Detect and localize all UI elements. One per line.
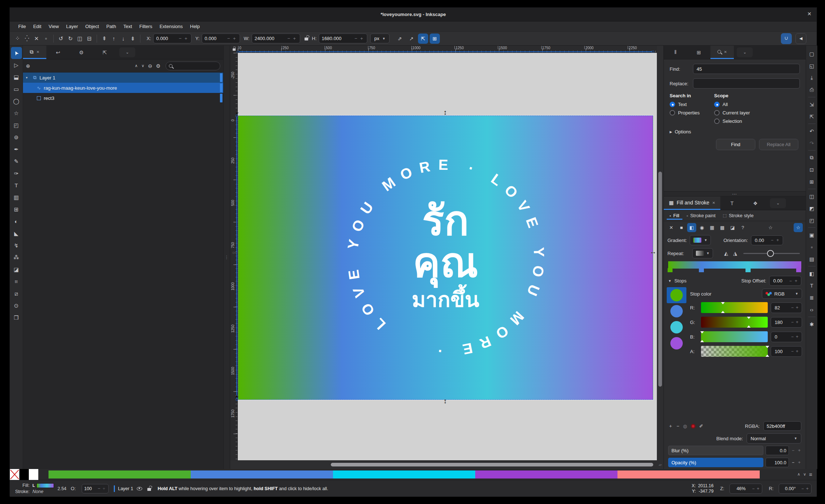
close-tab-icon[interactable]: ✕ xyxy=(712,201,715,205)
radio-all[interactable]: All xyxy=(714,102,750,107)
horizontal-ruler[interactable]: 0250500750100012501500175020002250 xyxy=(238,46,657,53)
tab-stroke-style[interactable]: ⬚Stroke style xyxy=(720,211,756,220)
text-tool[interactable]: T xyxy=(11,179,22,191)
tab-fill[interactable]: ▪Fill xyxy=(667,211,682,220)
slider-knob[interactable] xyxy=(767,250,774,257)
save-icon[interactable]: ⤓ xyxy=(807,72,817,84)
current-layer-name[interactable]: Layer 1 xyxy=(118,486,133,491)
raise-layer-button[interactable]: ∧ xyxy=(135,63,138,68)
measure-tool[interactable]: ⧄ xyxy=(11,288,22,300)
blur-slider[interactable]: Blur (%) xyxy=(668,446,763,455)
dock-options-chevron[interactable]: ⌄ xyxy=(770,198,786,208)
snapbar-collapse-button[interactable]: ◀ xyxy=(795,33,806,44)
channel-value-g[interactable]: 180−+ xyxy=(771,317,802,328)
menu-filters[interactable]: Filters xyxy=(136,23,155,30)
layer-row[interactable]: ▾⧉Layer 1 xyxy=(23,73,223,83)
menu-extensions[interactable]: Extensions xyxy=(156,23,186,30)
ellipse-tool[interactable]: ◯ xyxy=(11,95,22,107)
dropper-tool[interactable]: ◐ xyxy=(11,215,22,227)
mesh-tool[interactable]: ⊞ xyxy=(11,203,22,215)
spray-tool[interactable]: ⁂ xyxy=(11,251,22,263)
tab-swatches[interactable]: ⊞ xyxy=(687,46,710,59)
scale-stroke-toggle[interactable]: ⇗ xyxy=(395,34,405,44)
dock-options-chevron[interactable]: ⌄ xyxy=(119,47,135,57)
scale-pattern-toggle[interactable]: ⊞ xyxy=(430,34,440,44)
paint-radial-gradient[interactable]: ◉ xyxy=(697,223,706,232)
tab-find-replace[interactable]: ✕ xyxy=(710,46,734,59)
menu-edit[interactable]: Edit xyxy=(30,23,44,30)
palette-scroll-up-button[interactable]: ∧ xyxy=(797,472,800,477)
select-all-layers-icon[interactable]: ⁛ xyxy=(22,34,32,43)
stroke-value[interactable]: None xyxy=(32,489,54,494)
pen-tool[interactable]: ✒ xyxy=(11,143,22,155)
lower-icon[interactable]: ↓ xyxy=(119,34,128,43)
menu-path[interactable]: Path xyxy=(103,23,119,30)
selected-gradient-rect[interactable]: LOVE YOU MORE · LOVE YOU MORE · รัก คุณ … xyxy=(238,116,653,400)
stop-item-2[interactable] xyxy=(667,319,686,335)
stop-offset-spinbox[interactable]: 0.00−+ xyxy=(769,276,801,286)
stops-expander-icon[interactable]: ▼ xyxy=(668,279,671,283)
fill-swatch[interactable] xyxy=(36,483,54,488)
gradient-dropdown[interactable]: ▼ xyxy=(690,235,711,245)
text-dialog-icon[interactable]: T xyxy=(807,280,817,292)
palette-menu-button[interactable]: ≡ xyxy=(809,471,812,477)
xml-editor-icon[interactable]: ‹› xyxy=(807,304,817,316)
print-icon[interactable]: ⎙ xyxy=(807,84,817,96)
channel-value-b[interactable]: 0−+ xyxy=(771,332,802,342)
layer-settings-button[interactable]: ⚙ xyxy=(156,63,160,69)
rgba-input[interactable]: 52b400ff xyxy=(763,421,801,431)
canvas-viewport[interactable]: LOVE YOU MORE · LOVE YOU MORE · รัก คุณ … xyxy=(238,53,657,460)
radio-properties[interactable]: Properties xyxy=(670,110,714,116)
width-spinbox[interactable]: 2400.000−+ xyxy=(252,34,300,43)
resize-handle-right[interactable]: ↔ xyxy=(650,248,656,255)
redo-icon[interactable]: ↷ xyxy=(807,137,817,149)
flip-horizontal-icon[interactable]: ◫ xyxy=(75,34,85,43)
resize-handle-top[interactable]: ↕ xyxy=(444,109,447,116)
horizontal-scrollbar[interactable] xyxy=(230,460,657,469)
expander-icon[interactable]: ▾ xyxy=(26,76,30,79)
flip-rotate-icon[interactable]: ◮ xyxy=(733,250,737,256)
paint-swatch[interactable]: ▩ xyxy=(718,223,727,232)
clone-link-icon[interactable]: ◩ xyxy=(807,202,817,214)
find-input[interactable] xyxy=(693,64,800,74)
tab-fill-and-stroke[interactable]: ▦Fill and Stroke✕ xyxy=(664,196,720,210)
dock-divider[interactable]: ⋯ xyxy=(664,191,806,196)
raise-to-top-icon[interactable]: ⇞ xyxy=(100,34,109,43)
tab-text-and-font[interactable]: T xyxy=(720,196,744,210)
add-layer-button[interactable]: ⊕ xyxy=(26,63,30,69)
spiral-tool[interactable]: ⊚ xyxy=(11,131,22,143)
channel-value-a[interactable]: 100−+ xyxy=(771,346,802,357)
duplicate-icon[interactable]: ⊞ xyxy=(807,176,817,188)
radio-text[interactable]: Text xyxy=(670,102,714,107)
connector-tool[interactable]: ⌗ xyxy=(11,276,22,288)
channel-value-r[interactable]: 82−+ xyxy=(771,302,802,313)
rotate-cw-icon[interactable]: ↻ xyxy=(66,34,75,43)
swatch-none[interactable] xyxy=(10,469,19,480)
remove-stop-button[interactable]: − xyxy=(677,423,679,429)
menu-layer[interactable]: Layer xyxy=(63,23,81,30)
unlink-clone-icon[interactable]: ◰ xyxy=(807,214,817,226)
color-wheel-icon[interactable] xyxy=(691,424,696,429)
layers-dialog-icon[interactable]: ≣ xyxy=(807,292,817,304)
shape-builder-tool[interactable]: ⬓ xyxy=(11,71,22,83)
horizontal-scrollbar-thumb[interactable] xyxy=(331,463,653,466)
raise-icon[interactable]: ↑ xyxy=(109,34,119,43)
swatch-black[interactable] xyxy=(19,469,29,480)
resize-handle-bottom[interactable]: ↕ xyxy=(444,398,447,405)
tab-document-properties[interactable]: ⚙ xyxy=(70,46,93,59)
channel-slider-g[interactable] xyxy=(701,317,768,328)
thai-center-text[interactable]: รัก คุณ มากขึ้น xyxy=(238,116,653,399)
tab-align-distribute[interactable]: ⫴ xyxy=(664,46,687,59)
rotation-spinbox[interactable]: 0.00°−+ xyxy=(779,484,812,494)
lock-ratio-icon[interactable] xyxy=(305,38,308,40)
gradient-bar[interactable] xyxy=(668,261,801,269)
flip-horizontal-icon[interactable]: ◭ xyxy=(724,250,728,256)
repeat-dropdown[interactable]: ▼ xyxy=(692,248,713,258)
dock-splitter[interactable]: ⋮ xyxy=(224,46,230,469)
paint-pattern[interactable]: ▦ xyxy=(708,223,717,232)
x-spinbox[interactable]: 0.000−+ xyxy=(153,34,191,43)
selector-tool[interactable]: ➤ xyxy=(11,47,22,59)
fill-stroke-dialog-icon[interactable]: ◧ xyxy=(807,267,817,280)
channel-slider-b[interactable] xyxy=(701,331,768,342)
snap-toggle-button[interactable]: ∩ xyxy=(781,33,792,44)
